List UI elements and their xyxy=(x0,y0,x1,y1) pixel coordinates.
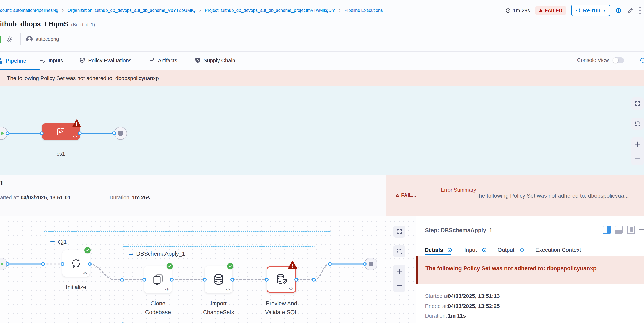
breadcrumb-executions-link[interactable]: Pipeline Executions xyxy=(344,8,382,13)
stage-summary-row: 1 arted at: 04/03/2025, 13:51:01 Duratio… xyxy=(0,175,644,216)
detail-row-value: 1m 11s xyxy=(448,312,466,319)
edge-line xyxy=(80,133,114,134)
console-view-toggle[interactable] xyxy=(613,57,624,63)
connector-dot xyxy=(312,278,316,281)
step-success-badge xyxy=(166,263,173,269)
trigger-user-name: autocdpng xyxy=(36,36,59,42)
collapse-group-icon[interactable] xyxy=(129,253,133,255)
connector-dot xyxy=(78,131,82,135)
detail-row-label: Started at: xyxy=(425,293,450,299)
execution-tabs: Pipeline Inputs Policy Evaluations Artif… xyxy=(0,52,644,71)
code-glyph: </> xyxy=(289,287,293,290)
canvas-marquee-select-button[interactable] xyxy=(632,118,644,130)
canvas-zoom-controls xyxy=(632,137,644,165)
user-avatar xyxy=(26,36,32,43)
zoom-in-icon[interactable] xyxy=(634,141,641,147)
connector-dot xyxy=(40,131,44,135)
shield-network-icon xyxy=(194,57,201,64)
connector-dot xyxy=(328,262,332,266)
breadcrumb-project-link[interactable]: Project: Github_db_devops_aut_db_schema_… xyxy=(205,8,335,13)
tab-artifacts[interactable]: Artifacts xyxy=(149,57,177,64)
step-node-initialize[interactable]: </> xyxy=(62,250,90,276)
tab-policy-evaluations[interactable]: Policy Evaluations xyxy=(79,57,132,64)
connector-dot xyxy=(120,278,124,281)
pipeline-icon xyxy=(0,57,3,64)
code-glyph: </> xyxy=(83,271,87,275)
breadcrumb: count: automationPipelinesNg Organizatio… xyxy=(0,7,383,14)
warning-triangle-icon xyxy=(539,9,543,12)
canvas-fullscreen-button[interactable] xyxy=(632,98,644,110)
step-graph-canvas[interactable]: cg1 DBSchemaApply_1 </> Initialize </> xyxy=(0,216,416,323)
step-failed-badge xyxy=(288,261,297,269)
kebab-menu-icon[interactable] xyxy=(639,6,641,15)
stage-title: 1 xyxy=(0,180,3,187)
step-label-preview-validate-sql: Preview And Validate SQL xyxy=(258,299,304,317)
canvas-marquee-select-button[interactable] xyxy=(393,245,405,257)
console-view-label: Console View xyxy=(577,57,609,63)
stop-icon xyxy=(118,131,123,136)
info-icon[interactable] xyxy=(482,247,487,252)
step-node-clone-codebase[interactable]: </> xyxy=(144,266,172,293)
edit-pencil-icon[interactable] xyxy=(627,7,634,14)
zoom-out-icon[interactable] xyxy=(396,282,403,289)
chevron-right-icon xyxy=(61,9,64,12)
connector-dot xyxy=(230,278,234,281)
chevron-right-icon xyxy=(198,9,202,12)
connector-dot xyxy=(363,262,366,266)
info-icon[interactable] xyxy=(616,8,622,14)
step-success-badge xyxy=(227,263,234,269)
connector-dot xyxy=(142,278,146,281)
database-icon xyxy=(212,273,225,285)
console-info-icon[interactable] xyxy=(640,57,644,63)
stage-error-summary: FAIL... Error Summary The following Poli… xyxy=(386,175,644,216)
connector-dot xyxy=(60,262,64,266)
play-icon xyxy=(1,262,4,266)
execution-meta-row: autocdpng xyxy=(0,33,59,45)
vertical-divider xyxy=(20,33,21,45)
step-error-box: The following Policy Set was not adhered… xyxy=(416,256,644,284)
group-label-cg1: cg1 xyxy=(58,238,67,245)
code-glyph: </> xyxy=(226,288,230,291)
stage-started-at: arted at: 04/03/2025, 13:51:01 xyxy=(0,195,71,201)
pipeline-title: ithub_dbops_LHqmS(Build Id: 1) xyxy=(0,20,95,28)
stage-node-label: cs1 xyxy=(42,151,80,157)
breadcrumb-organization-link[interactable]: Organization: Github_db_devops_aut_db_sc… xyxy=(68,8,196,13)
canvas-fullscreen-button[interactable] xyxy=(393,225,405,238)
zoom-out-icon[interactable] xyxy=(634,155,641,162)
play-icon xyxy=(1,131,4,135)
clone-codebase-icon xyxy=(152,273,164,285)
shield-check-icon xyxy=(79,57,86,64)
layout-split-horizontal-icon[interactable] xyxy=(615,225,623,234)
stage-graph-canvas[interactable]: </> cs1 xyxy=(0,86,644,175)
connector-dot xyxy=(6,262,10,266)
layout-floating-icon[interactable] xyxy=(627,225,635,234)
breadcrumb-account-link[interactable]: count: automationPipelinesNg xyxy=(0,8,58,13)
tab-pipeline[interactable]: Pipeline xyxy=(0,57,26,64)
step-node-preview-validate-sql[interactable]: </> xyxy=(267,266,296,293)
panel-tab-output[interactable]: Output xyxy=(498,247,514,253)
step-node-import-changesets[interactable]: </> xyxy=(205,266,232,293)
zoom-in-icon[interactable] xyxy=(396,268,403,275)
minimize-panel-icon[interactable] xyxy=(639,229,644,230)
panel-tab-execution-context[interactable]: Execution Context xyxy=(535,247,581,253)
tab-inputs[interactable]: Inputs xyxy=(39,57,63,64)
error-summary-label: Error Summary xyxy=(441,185,476,194)
panel-tab-details[interactable]: Details xyxy=(424,247,443,253)
detail-row-label: Ended at: xyxy=(425,303,448,309)
step-details-panel: Step: DBSchemaApply_1 Details Input Outp… xyxy=(416,216,644,323)
tab-supply-chain[interactable]: Supply Chain xyxy=(194,57,235,64)
group-label-dbschemaapply: DBSchemaApply_1 xyxy=(136,251,185,257)
gear-icon[interactable] xyxy=(6,36,13,43)
canvas-zoom-controls xyxy=(393,265,405,292)
layout-split-vertical-icon[interactable] xyxy=(603,225,611,234)
connector-dot xyxy=(294,278,298,281)
stage-fail-badge: FAIL... xyxy=(396,192,416,198)
step-success-badge xyxy=(84,247,91,253)
collapse-group-icon[interactable] xyxy=(50,241,55,242)
panel-tab-input[interactable]: Input xyxy=(464,247,477,253)
rerun-button[interactable]: Re-run xyxy=(571,5,610,16)
stop-icon xyxy=(368,262,373,266)
info-icon[interactable] xyxy=(520,247,524,252)
connector-dot xyxy=(88,262,92,266)
info-icon[interactable] xyxy=(447,247,452,252)
